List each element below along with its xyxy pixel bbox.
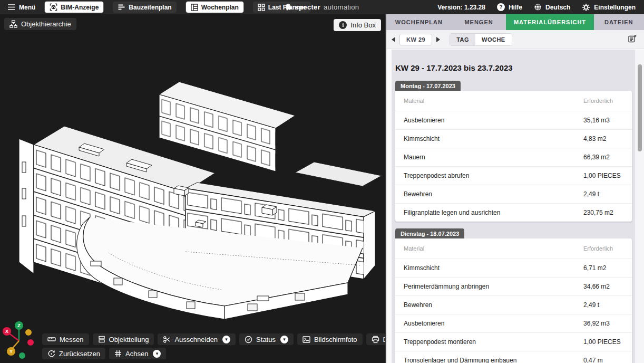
- material-name: Kimmschicht: [404, 135, 583, 142]
- nav-bauzeitenplan-button[interactable]: Bauzeitenplan: [113, 2, 176, 13]
- material-name: Treppenpodest abrufen: [404, 172, 583, 179]
- table-row[interactable]: Treppenpodest abrufen1,00 PIECES: [395, 166, 632, 185]
- day-badge: Dienstag - 18.07.2023: [395, 228, 464, 238]
- grid-icon: [258, 4, 265, 11]
- chevron-down-icon[interactable]: ▾: [280, 336, 288, 343]
- material-column-header: Material: [404, 245, 583, 252]
- table-row[interactable]: Tronsolenlager und Dämmung einbauen0,47 …: [395, 351, 632, 363]
- table-row[interactable]: Treppenpodest montieren1,00 PIECES: [395, 332, 632, 351]
- tab-mengen[interactable]: MENGEN: [452, 14, 506, 30]
- screenshot-icon: [303, 336, 310, 343]
- panel-scrollbar-thumb[interactable]: [638, 64, 642, 151]
- panel-scrollbar-track[interactable]: [635, 50, 644, 363]
- toggle-woche-button[interactable]: WOCHE: [475, 34, 512, 45]
- ruler-icon: [47, 336, 56, 343]
- required-column-header: Erforderlich: [583, 98, 623, 104]
- required-quantity: 36,92 m3: [583, 320, 623, 327]
- material-table-card: MaterialErforderlichKimmschicht6,71 m2Pe…: [395, 238, 632, 363]
- nav-label: Wochenplan: [201, 4, 239, 11]
- printer-icon: [372, 336, 379, 343]
- tab-materialübersicht[interactable]: MATERIALÜBERSICHT: [506, 14, 593, 30]
- material-name: Treppenpodest montieren: [404, 338, 583, 346]
- week-selector-button[interactable]: KW 29: [399, 34, 432, 45]
- chevron-down-icon[interactable]: ▾: [153, 350, 161, 358]
- weekplan-table-icon: [191, 4, 198, 11]
- status-button[interactable]: Status▾: [239, 333, 294, 345]
- material-name: Filigranplatte legen und ausrichten: [404, 209, 583, 216]
- required-quantity: 2,49 t: [583, 301, 623, 309]
- objektteilung-button[interactable]: Objektteilung: [93, 333, 154, 345]
- status-check-icon: [245, 336, 252, 343]
- settings-button[interactable]: Einstellungen: [582, 3, 636, 12]
- tool-label: Messen: [60, 336, 84, 343]
- previous-week-arrow[interactable]: [392, 37, 395, 42]
- specter-ghost-icon: [285, 3, 292, 11]
- material-name: Bewehren: [404, 190, 583, 198]
- bim-3d-viewport[interactable]: Objekthierarchie i Info Box Z: [0, 14, 385, 363]
- nav-bim-anzeige-button[interactable]: BIM-Anzeige: [45, 2, 103, 13]
- table-header-row: MaterialErforderlich: [395, 238, 632, 259]
- toggle-tag-button[interactable]: TAG: [450, 34, 475, 45]
- material-name: Ausbetonieren: [404, 117, 583, 124]
- ausschneiden-button[interactable]: Ausschneiden▾: [158, 333, 236, 345]
- object-hierarchy-button[interactable]: Objekthierarchie: [4, 18, 76, 30]
- week-heading: KW 29 - 17.7.2023 bis 23.7.2023: [395, 63, 632, 72]
- material-name: Tronsolenlager und Dämmung einbauen: [404, 357, 583, 363]
- achsen-button[interactable]: Achsen▾: [109, 348, 166, 359]
- hierarchy-icon: [9, 20, 17, 28]
- material-name: Mauern: [404, 154, 583, 161]
- gear-icon: [582, 3, 590, 12]
- tool-label: Achsen: [125, 350, 148, 358]
- chevron-down-icon[interactable]: ▾: [222, 336, 230, 343]
- menu-label: Menü: [19, 4, 35, 11]
- nav-wochenplan-button[interactable]: Wochenplan: [186, 2, 243, 13]
- top-nav-bar: Menü BIM-AnzeigeBauzeitenplanWochenplanL…: [0, 0, 644, 14]
- table-row[interactable]: Bewehren2,49 t: [395, 295, 632, 314]
- table-row[interactable]: Perimeterdämmung anbringen34,66 m2: [395, 277, 632, 295]
- object-hierarchy-label: Objekthierarchie: [21, 20, 71, 28]
- messen-button[interactable]: Messen: [42, 333, 89, 345]
- table-row[interactable]: Bewehren2,49 t: [395, 185, 632, 203]
- required-quantity: 34,66 m2: [583, 283, 623, 290]
- add-to-list-icon: [628, 34, 637, 43]
- tab-wochenplan[interactable]: WOCHENPLAN: [386, 14, 452, 30]
- table-row[interactable]: Mauern66,39 m2: [395, 148, 632, 166]
- bim-view-icon: [50, 3, 57, 11]
- zurücksetzen-button[interactable]: Zurücksetzen: [42, 348, 105, 359]
- day-section: Dienstag - 18.07.2023MaterialErforderlic…: [395, 228, 632, 363]
- material-name: Bewehren: [404, 301, 583, 309]
- export-list-button[interactable]: [628, 34, 637, 45]
- table-row[interactable]: Filigranplatte legen und ausrichten230,7…: [395, 203, 632, 222]
- material-overview-content[interactable]: KW 29 - 17.7.2023 bis 23.7.2023 Montag -…: [386, 50, 644, 363]
- info-box-button[interactable]: i Info Box: [334, 19, 381, 31]
- required-quantity: 6,71 m2: [583, 264, 623, 272]
- gizmo-z-label: Z: [17, 323, 21, 328]
- tool-label: Status: [256, 336, 276, 343]
- globe-icon: [534, 3, 542, 11]
- table-row[interactable]: Kimmschicht4,83 m2: [395, 129, 632, 148]
- bildschirmfoto-button[interactable]: Bildschirmfoto: [297, 333, 363, 345]
- tool-label: Objektteilung: [109, 336, 149, 343]
- language-button[interactable]: Deutsch: [534, 3, 570, 11]
- tab-dateien[interactable]: DATEIEN: [594, 14, 644, 30]
- table-row[interactable]: Ausbetonieren35,16 m3: [395, 111, 632, 129]
- nav-label: BIM-Anzeige: [61, 4, 99, 11]
- material-column-header: Material: [404, 98, 583, 104]
- menu-button[interactable]: Menü: [7, 4, 35, 11]
- table-row[interactable]: Ausbetonieren36,92 m3: [395, 314, 632, 332]
- required-quantity: 35,16 m3: [583, 117, 623, 124]
- gantt-icon: [118, 4, 125, 11]
- help-question-icon: ?: [497, 3, 505, 11]
- gizmo-y-label: Y: [9, 349, 13, 354]
- next-week-arrow[interactable]: [436, 37, 440, 42]
- nav-label: Bauzeitenplan: [129, 4, 171, 11]
- table-row[interactable]: Kimmschicht6,71 m2: [395, 259, 632, 277]
- day-badge: Montag - 17.07.2023: [395, 81, 461, 91]
- info-box-label: Info Box: [350, 21, 376, 29]
- axes-grid-icon: [114, 350, 122, 357]
- orientation-gizmo[interactable]: Z X Y: [1, 319, 35, 361]
- required-quantity: 1,00 PIECES: [583, 338, 623, 346]
- material-name: Ausbetonieren: [404, 320, 583, 327]
- help-button[interactable]: ? Hilfe: [497, 3, 522, 11]
- required-column-header: Erforderlich: [583, 245, 623, 252]
